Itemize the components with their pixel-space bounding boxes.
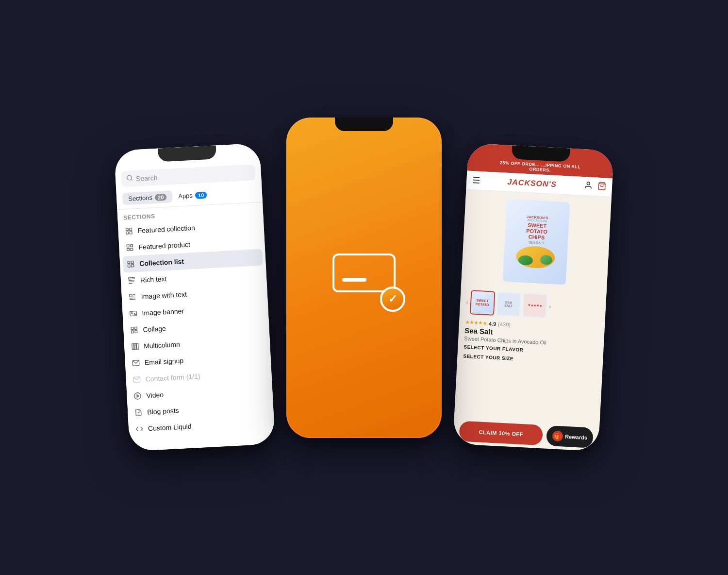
thumbnail-3[interactable]: ★★★★★ bbox=[522, 293, 547, 319]
svg-point-35 bbox=[134, 392, 141, 399]
banner-icon bbox=[129, 309, 137, 318]
center-phone-screen: ✓ bbox=[286, 118, 442, 438]
featured-collection-label: Featured collection bbox=[137, 224, 195, 235]
svg-rect-5 bbox=[130, 232, 132, 234]
bag-chips-visual bbox=[515, 245, 555, 269]
svg-marker-36 bbox=[137, 395, 139, 398]
check-mark: ✓ bbox=[388, 294, 397, 304]
collage-label: Collage bbox=[143, 324, 166, 333]
doc-icon bbox=[134, 408, 143, 417]
grid-icon bbox=[125, 227, 133, 235]
thumb-next-btn[interactable]: › bbox=[548, 303, 551, 310]
svg-line-21 bbox=[130, 298, 135, 298]
product-bag-inner: JACKSON'S AVOCADO OIL SWEETPOTATOCHIPS S… bbox=[512, 211, 561, 273]
product-info: ★★★★★ 4.9 (430) Sea Salt Sweet Potato Ch… bbox=[458, 317, 605, 359]
layout-card-line bbox=[342, 278, 366, 282]
apps-badge: 10 bbox=[195, 191, 207, 199]
svg-rect-2 bbox=[126, 228, 128, 231]
svg-line-22 bbox=[130, 299, 135, 300]
thumb-img-3: ★★★★★ bbox=[523, 294, 546, 317]
rewards-button[interactable]: 🎁 Rewards bbox=[546, 425, 594, 448]
blog-posts-label: Blog posts bbox=[147, 406, 179, 416]
thumbnail-1[interactable]: SWEETPOTATO bbox=[470, 290, 496, 316]
svg-rect-30 bbox=[132, 344, 134, 350]
svg-rect-27 bbox=[134, 327, 137, 329]
thumb-img-1: SWEETPOTATO bbox=[471, 291, 494, 314]
contact-form-label: Contact form (1/1) bbox=[145, 372, 200, 383]
rewards-label: Rewards bbox=[565, 434, 587, 440]
check-circle: ✓ bbox=[380, 287, 405, 312]
svg-point-39 bbox=[587, 182, 590, 185]
collage-icon bbox=[130, 326, 138, 334]
svg-rect-6 bbox=[127, 245, 129, 247]
image-banner-label: Image banner bbox=[142, 307, 184, 317]
search-icon bbox=[126, 174, 133, 183]
svg-rect-32 bbox=[136, 343, 138, 349]
product-bag: JACKSON'S AVOCADO OIL SWEETPOTATOCHIPS S… bbox=[503, 199, 570, 285]
account-icon[interactable] bbox=[583, 181, 593, 192]
tab-sections-label: Sections bbox=[128, 194, 153, 203]
promo-text-2: ORDERS. bbox=[529, 167, 551, 172]
grid-icon-2 bbox=[126, 243, 134, 252]
mail-icon-2 bbox=[132, 375, 141, 384]
stars: ★★★★★ bbox=[465, 319, 487, 326]
left-phone-screen: Search Sections 20 Apps 10 Sections bbox=[114, 143, 275, 452]
rating-count: (430) bbox=[498, 321, 511, 327]
thumb-prev-btn[interactable]: ‹ bbox=[466, 298, 469, 306]
text-icon bbox=[128, 276, 136, 285]
sections-badge: 20 bbox=[155, 193, 167, 201]
claim-button[interactable]: CLAIM 10% OFF bbox=[459, 421, 543, 445]
svg-rect-12 bbox=[128, 265, 130, 267]
bottom-bar: CLAIM 10% OFF 🎁 Rewards bbox=[453, 418, 599, 452]
rich-text-label: Rich text bbox=[140, 275, 167, 284]
tab-apps[interactable]: Apps 10 bbox=[172, 188, 213, 203]
svg-rect-13 bbox=[132, 265, 134, 267]
phone-center: ✓ bbox=[286, 118, 442, 438]
svg-rect-11 bbox=[131, 261, 133, 263]
svg-point-24 bbox=[132, 313, 133, 314]
rewards-icon: 🎁 bbox=[552, 430, 563, 441]
brand-icons bbox=[583, 181, 606, 192]
custom-liquid-label: Custom Liquid bbox=[148, 423, 192, 433]
brand-name: JACKSON'S bbox=[507, 178, 557, 189]
layout-card bbox=[332, 254, 396, 292]
grid-icon-3 bbox=[127, 260, 135, 268]
svg-line-1 bbox=[131, 179, 132, 181]
menu-list: Featured collection Featured product bbox=[118, 216, 275, 451]
thumbnail-2[interactable]: SEASALT bbox=[496, 291, 522, 317]
search-placeholder: Search bbox=[136, 173, 158, 182]
featured-product-label: Featured product bbox=[138, 240, 190, 251]
hamburger-icon[interactable]: ☰ bbox=[472, 175, 480, 186]
phone-left: Search Sections 20 Apps 10 Sections bbox=[114, 143, 275, 452]
bag-subtitle: SEA SALT bbox=[517, 240, 556, 245]
svg-rect-23 bbox=[130, 311, 137, 316]
svg-rect-29 bbox=[135, 331, 137, 333]
svg-rect-18 bbox=[130, 294, 132, 297]
svg-line-40 bbox=[599, 184, 605, 184]
mail-icon bbox=[132, 359, 140, 367]
svg-rect-31 bbox=[134, 343, 136, 349]
thumb-img-2: SEASALT bbox=[497, 292, 520, 316]
tab-sections[interactable]: Sections 20 bbox=[122, 190, 173, 205]
svg-rect-26 bbox=[131, 327, 133, 330]
collection-list-label: Collection list bbox=[139, 257, 184, 268]
multicolumn-icon bbox=[131, 342, 139, 351]
svg-line-15 bbox=[129, 280, 134, 281]
email-signup-label: Email signup bbox=[145, 356, 184, 366]
center-phone-notch bbox=[335, 118, 393, 131]
rating-num: 4.9 bbox=[489, 321, 496, 327]
svg-rect-14 bbox=[129, 277, 134, 279]
bag-title: SWEETPOTATOCHIPS bbox=[517, 221, 557, 241]
product-image-area: JACKSON'S AVOCADO OIL SWEETPOTATOCHIPS S… bbox=[461, 189, 612, 294]
scene: Search Sections 20 Apps 10 Sections bbox=[73, 69, 655, 506]
tab-apps-label: Apps bbox=[178, 192, 193, 200]
svg-rect-10 bbox=[128, 261, 130, 264]
code-icon bbox=[135, 425, 144, 433]
svg-rect-8 bbox=[127, 248, 130, 251]
image-with-text-label: Image with text bbox=[141, 290, 187, 301]
cart-icon[interactable] bbox=[597, 182, 606, 193]
video-label: Video bbox=[146, 391, 164, 400]
svg-rect-28 bbox=[131, 331, 133, 333]
multicolumn-label: Multicolumn bbox=[144, 340, 180, 350]
search-bar[interactable]: Search bbox=[121, 164, 255, 187]
